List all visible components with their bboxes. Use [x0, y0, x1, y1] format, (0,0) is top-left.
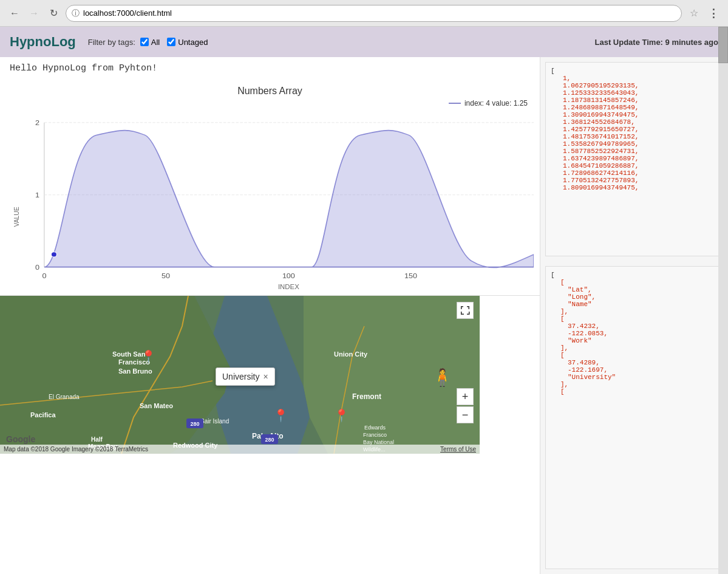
json1-value-item: 1.6374239897486897,	[551, 155, 718, 162]
svg-text:0: 0	[42, 272, 46, 280]
svg-text:Bair Island: Bair Island	[200, 418, 229, 425]
map-placeholder: Pacifica Half Moon Bay South San Francis…	[0, 296, 480, 454]
svg-text:El Granada: El Granada	[49, 394, 80, 400]
map-attribution: Map data ©2018 Google Imagery ©2018 Terr…	[0, 445, 480, 454]
json1-value-item: 1.2486898871648549,	[551, 104, 718, 111]
hello-message: Hello HypnoLog from Pyhton!	[0, 57, 540, 80]
tooltip-text: index: 4 value: 1.25	[464, 99, 528, 108]
filter-untaged-label: Untaged	[178, 38, 208, 47]
svg-text:San Mateo: San Mateo	[140, 402, 173, 409]
page-scrollbar-thumb[interactable]	[718, 27, 728, 63]
app-header: HypnoLog Filter by tags: All Untaged Las…	[0, 27, 728, 57]
map-zoom-controls: + −	[457, 388, 474, 423]
back-button[interactable]: ←	[7, 6, 22, 21]
map-popup: University ×	[216, 367, 275, 386]
svg-text:150: 150	[404, 272, 417, 280]
json-panel-1[interactable]: [ 1,1.0627905195293135,1.125333233564304…	[545, 62, 723, 256]
json1-value-item: 1.0627905195293135,	[551, 82, 718, 89]
map-pin-san-bruno[interactable]: 📍	[141, 349, 156, 364]
json2-content-line: [	[551, 315, 718, 323]
google-logo: Google	[6, 434, 35, 444]
json2-content-line: -122.1697,	[551, 366, 718, 374]
chart-title: Numbers Array	[6, 86, 534, 97]
svg-text:2: 2	[35, 118, 39, 126]
json2-content-line: ],	[551, 308, 718, 315]
info-icon: ⓘ	[72, 8, 80, 19]
json1-bracket-open: [	[551, 67, 555, 75]
json1-value-item: 1.4257792915650727,	[551, 126, 718, 133]
svg-text:280: 280	[265, 437, 274, 443]
svg-text:0: 0	[35, 263, 39, 271]
json1-value-item: 1.5877852522924731,	[551, 148, 718, 155]
forward-button[interactable]: →	[27, 6, 41, 21]
svg-text:INDEX: INDEX	[278, 283, 300, 290]
filter-all-label: All	[151, 38, 160, 47]
json1-value-item: 1.5358267949789965,	[551, 140, 718, 148]
json1-value-item: 1.368124552684678,	[551, 118, 718, 126]
json2-content: ["Lat","Long","Name"],[37.4232,-122.0853…	[551, 279, 718, 395]
json2-content-line: 37.4289,	[551, 359, 718, 366]
json1-value-item: 1.7289686274214116,	[551, 169, 718, 177]
json-panel-2[interactable]: [ ["Lat","Long","Name"],[37.4232,-122.08…	[545, 266, 723, 569]
json1-value-item: 1.6845471059286887,	[551, 162, 718, 169]
last-update-value: 9 minutes ago	[665, 38, 718, 47]
json2-content-line: [	[551, 352, 718, 359]
json2-content-line: "Long",	[551, 293, 718, 301]
last-update-label: Last Update Time:	[595, 38, 663, 47]
json2-content-line: "University"	[551, 374, 718, 381]
json1-values: 1,1.0627905195293135,1.1253332335643043,…	[551, 75, 718, 191]
json2-content-line: -122.0853,	[551, 330, 718, 337]
svg-text:Fremont: Fremont	[352, 392, 381, 401]
map-pin-university[interactable]: 📍	[273, 408, 288, 423]
map-pin-work[interactable]: 📍	[334, 408, 349, 423]
right-panel: [ 1,1.0627905195293135,1.125333233564304…	[540, 57, 728, 574]
app-logo: HypnoLog	[10, 34, 76, 50]
json1-value-item: 1.8090169943749475,	[551, 184, 718, 191]
reload-button[interactable]: ↻	[46, 6, 61, 21]
map-popup-label: University	[222, 372, 259, 381]
map-fullscreen-button[interactable]	[457, 302, 474, 319]
chart-section: Numbers Array index: 4 value: 1.25 VALUE…	[0, 80, 540, 296]
filter-all-item[interactable]: All	[140, 38, 160, 47]
svg-text:Pacifica: Pacifica	[30, 411, 56, 419]
map-section[interactable]: Pacifica Half Moon Bay South San Francis…	[0, 296, 480, 454]
json2-content-line: ],	[551, 381, 718, 388]
svg-text:Francisco: Francisco	[363, 432, 387, 438]
address-bar[interactable]	[66, 5, 682, 22]
map-zoom-in-button[interactable]: +	[457, 388, 474, 405]
svg-text:San Bruno: San Bruno	[118, 367, 152, 375]
chart-svg: VALUE 0 1 2 0 50 100 150 INDEX	[6, 110, 534, 292]
svg-text:Half: Half	[91, 436, 103, 443]
attribution-left: Map data ©2018 Google Imagery ©2018 Terr…	[4, 446, 148, 453]
page-scrollbar[interactable]	[718, 27, 728, 574]
json1-value-item: 1.1253332335643043,	[551, 89, 718, 97]
bookmark-button[interactable]: ☆	[687, 6, 701, 21]
json2-content-line: [	[551, 279, 718, 286]
chart-container[interactable]: VALUE 0 1 2 0 50 100 150 INDEX	[6, 110, 534, 292]
menu-button[interactable]: ⋮	[706, 6, 721, 21]
tooltip-line-icon	[449, 103, 461, 104]
json2-content-line: "Name"	[551, 301, 718, 308]
address-bar-wrap: ⓘ	[66, 5, 682, 22]
svg-point-13	[51, 252, 56, 257]
filter-untaged-checkbox[interactable]	[167, 38, 175, 46]
json1-value-item: 1.7705132427757893,	[551, 177, 718, 184]
filter-label: Filter by tags:	[88, 38, 135, 47]
json2-content-line: 37.4232,	[551, 323, 718, 330]
last-update: Last Update Time: 9 minutes ago	[595, 38, 719, 47]
json2-content-line: ],	[551, 344, 718, 352]
fullscreen-icon	[460, 306, 470, 315]
json2-bracket-open: [	[551, 272, 555, 279]
map-zoom-out-button[interactable]: −	[457, 406, 474, 423]
svg-text:1: 1	[35, 191, 39, 199]
filter-untaged-item[interactable]: Untaged	[167, 38, 208, 47]
svg-text:Edwards: Edwards	[364, 425, 386, 431]
json1-value-item: 1.1873813145857246,	[551, 97, 718, 104]
filter-all-checkbox[interactable]	[140, 38, 149, 46]
attribution-terms[interactable]: Terms of Use	[440, 446, 476, 453]
map-pegman[interactable]: 🧍	[432, 367, 453, 388]
map-popup-close-button[interactable]: ×	[263, 372, 268, 381]
svg-text:50: 50	[162, 272, 170, 280]
svg-text:280: 280	[190, 421, 199, 427]
json2-content-line: [	[551, 388, 718, 395]
